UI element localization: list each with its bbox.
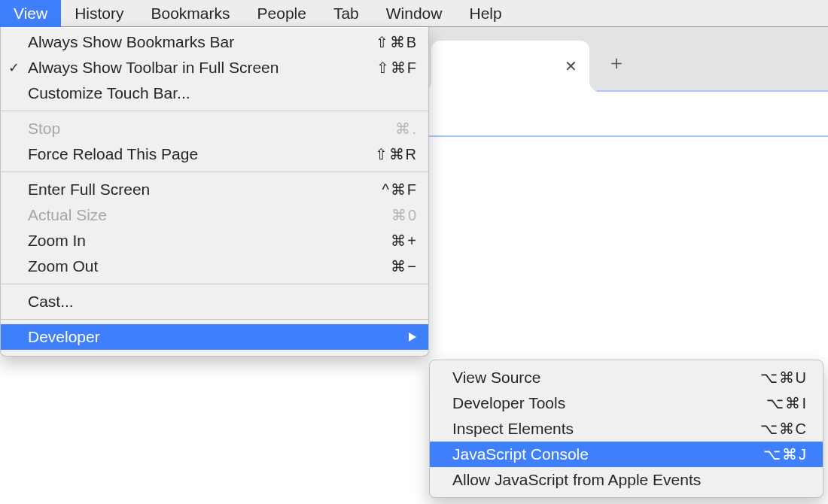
menu-label: Developer Tools — [452, 394, 766, 412]
submenu-item-view-source[interactable]: View Source ⌥⌘U — [430, 365, 823, 390]
menu-label: Developer — [28, 328, 418, 346]
submenu-item-javascript-console[interactable]: JavaScript Console ⌥⌘J — [430, 442, 823, 467]
menu-item-always-show-bookmarks-bar[interactable]: Always Show Bookmarks Bar ⇧⌘B — [1, 29, 428, 55]
check-icon: ✓ — [8, 59, 20, 76]
menu-item-force-reload[interactable]: Force Reload This Page ⇧⌘R — [1, 141, 428, 167]
menu-label: Stop — [28, 120, 395, 138]
submenu-item-allow-js-apple-events[interactable]: Allow JavaScript from Apple Events — [430, 467, 823, 493]
menubar-item-help[interactable]: Help — [455, 0, 515, 27]
menu-label: Allow JavaScript from Apple Events — [452, 471, 808, 489]
submenu-item-developer-tools[interactable]: Developer Tools ⌥⌘I — [430, 390, 823, 416]
submenu-arrow-icon — [409, 332, 416, 342]
menu-item-developer[interactable]: Developer — [1, 324, 428, 350]
menu-separator — [1, 319, 428, 320]
menu-shortcut: ⌥⌘J — [763, 445, 808, 463]
menubar: View History Bookmarks People Tab Window… — [0, 0, 828, 27]
view-menu: Always Show Bookmarks Bar ⇧⌘B ✓ Always S… — [0, 27, 429, 357]
browser-tab[interactable]: ✕ — [431, 41, 589, 92]
close-tab-icon[interactable]: ✕ — [565, 57, 577, 75]
menu-shortcut: ⌥⌘C — [760, 420, 808, 438]
menu-shortcut: ⌘. — [395, 120, 418, 138]
menu-separator — [1, 284, 428, 284]
menu-label: Actual Size — [28, 206, 391, 224]
menu-item-zoom-in[interactable]: Zoom In ⌘+ — [1, 228, 428, 254]
menu-separator — [1, 172, 428, 172]
menu-item-always-show-toolbar-fullscreen[interactable]: ✓ Always Show Toolbar in Full Screen ⇧⌘F — [1, 55, 428, 80]
menu-shortcut: ⇧⌘R — [375, 145, 418, 163]
menu-label: Cast... — [28, 293, 418, 311]
menu-shortcut: ⌥⌘I — [766, 394, 808, 412]
menu-shortcut: ⌥⌘U — [760, 369, 808, 387]
menubar-item-window[interactable]: Window — [373, 0, 456, 27]
menu-shortcut: ⌘+ — [391, 232, 418, 250]
menu-item-stop: Stop ⌘. — [1, 116, 428, 141]
menu-item-zoom-out[interactable]: Zoom Out ⌘− — [1, 254, 428, 279]
menu-shortcut: ⇧⌘B — [376, 33, 418, 51]
menu-shortcut: ⌘0 — [391, 206, 418, 224]
menu-item-customize-touch-bar[interactable]: Customize Touch Bar... — [1, 80, 428, 106]
menubar-item-history[interactable]: History — [61, 0, 137, 27]
menubar-item-people[interactable]: People — [244, 0, 320, 27]
menu-separator — [1, 111, 428, 111]
menubar-item-tab[interactable]: Tab — [320, 0, 373, 27]
menu-item-actual-size: Actual Size ⌘0 — [1, 202, 428, 228]
menu-item-cast[interactable]: Cast... — [1, 289, 428, 314]
new-tab-button[interactable]: ＋ — [607, 50, 626, 76]
menu-label: Always Show Toolbar in Full Screen — [28, 59, 376, 77]
menu-label: Zoom Out — [28, 257, 391, 275]
menubar-item-view[interactable]: View — [0, 0, 61, 27]
menu-label: View Source — [452, 369, 760, 387]
submenu-item-inspect-elements[interactable]: Inspect Elements ⌥⌘C — [430, 416, 823, 442]
menu-shortcut: ⌘− — [391, 257, 418, 275]
menubar-item-bookmarks[interactable]: Bookmarks — [137, 0, 243, 27]
menu-label: Customize Touch Bar... — [28, 84, 418, 102]
menu-label: Force Reload This Page — [28, 145, 375, 163]
menu-label: Zoom In — [28, 232, 391, 250]
menu-item-enter-full-screen[interactable]: Enter Full Screen ^⌘F — [1, 177, 428, 202]
menu-label: Enter Full Screen — [28, 181, 382, 199]
menu-label: JavaScript Console — [452, 445, 763, 463]
menu-label: Inspect Elements — [452, 420, 760, 438]
menu-shortcut: ⇧⌘F — [376, 59, 418, 77]
menu-label: Always Show Bookmarks Bar — [28, 33, 376, 51]
menu-shortcut: ^⌘F — [382, 181, 418, 199]
developer-submenu: View Source ⌥⌘U Developer Tools ⌥⌘I Insp… — [429, 360, 823, 498]
